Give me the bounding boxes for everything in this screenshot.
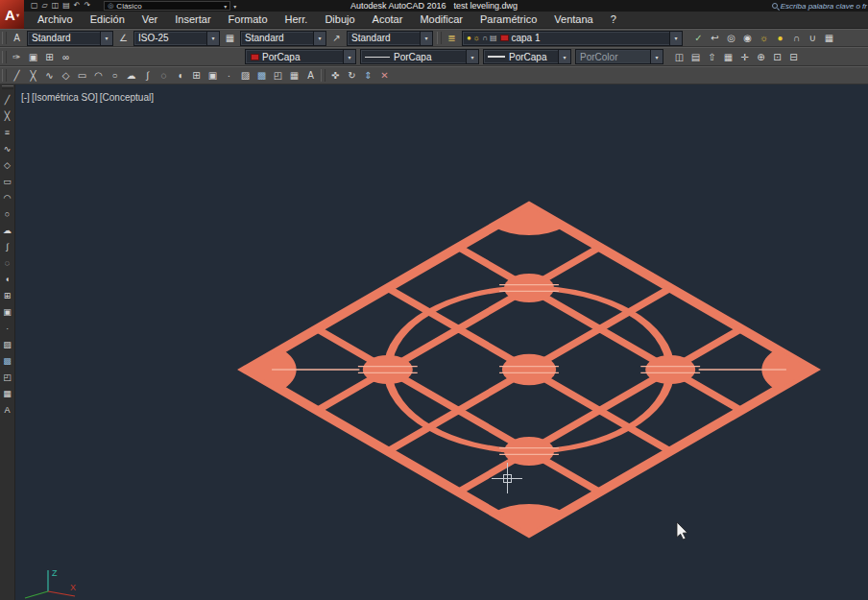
dimension-style-combo[interactable]: ISO-25 ▾	[133, 31, 220, 46]
menu-archivo[interactable]: Archivo	[29, 12, 82, 28]
layer-combo[interactable]: ● ☼ ∩ ▤ capa 1 ▾	[462, 31, 683, 46]
region-icon[interactable]: ◰	[270, 68, 286, 84]
hatch-icon[interactable]: ▨	[0, 336, 15, 352]
layer-lock-icon[interactable]: ∩	[482, 34, 488, 42]
toolbar-grip[interactable]	[2, 51, 7, 63]
toolbar-options-caret-icon[interactable]: ▾	[233, 3, 236, 10]
point-icon[interactable]: ∙	[0, 320, 15, 336]
named-views-icon[interactable]: ▦	[720, 49, 736, 64]
menu-dibujo[interactable]: Dibujo	[316, 12, 363, 28]
ellipse-icon[interactable]: ◌	[156, 68, 172, 84]
mtext-icon[interactable]: A	[0, 401, 15, 418]
menu-acotar[interactable]: Acotar	[364, 12, 412, 28]
menu-ver[interactable]: Ver	[133, 12, 167, 28]
chevron-down-icon[interactable]: ▾	[420, 32, 432, 45]
lineweight-combo[interactable]: PorCapa ▾	[483, 49, 571, 64]
workspace-combo[interactable]: ◎ Clásico ▾	[104, 1, 230, 11]
chevron-down-icon[interactable]: ▾	[669, 32, 682, 45]
hatch-icon[interactable]: ▨	[237, 68, 253, 84]
chevron-down-icon[interactable]: ▾	[343, 50, 355, 63]
spline-icon[interactable]: ∫	[139, 68, 156, 84]
region-icon[interactable]: ◰	[0, 369, 15, 385]
rectangle-icon[interactable]: ▭	[74, 68, 90, 84]
create-block-icon[interactable]: ▣	[205, 68, 221, 84]
line-icon[interactable]: ╱	[0, 91, 15, 108]
ellipse-arc-icon[interactable]: ◖	[0, 271, 15, 287]
open-file-icon[interactable]: ▱	[42, 0, 48, 12]
gradient-icon[interactable]: ▩	[253, 68, 270, 84]
toolbar-grip[interactable]	[2, 32, 7, 44]
viewport-control-minimize[interactable]: [-]	[21, 92, 30, 103]
construction-line-icon[interactable]: ╳	[25, 68, 41, 84]
menu-ventana[interactable]: Ventana	[545, 12, 601, 28]
chevron-down-icon[interactable]: ▾	[206, 32, 219, 45]
isometric-grid-drawing[interactable]	[247, 206, 812, 533]
text-style-combo[interactable]: Standard ▾	[27, 31, 113, 46]
xref-icon[interactable]: ⊞	[41, 49, 58, 64]
construction-line-icon[interactable]: ╳	[0, 108, 15, 124]
table-style-icon[interactable]: ▦	[222, 31, 238, 46]
menu-ayuda[interactable]: ?	[602, 12, 625, 28]
match-properties-icon[interactable]: ✑	[9, 49, 25, 64]
menu-herramientas[interactable]: Herr.	[277, 12, 317, 28]
plot-preview-icon[interactable]: ◫	[671, 49, 687, 64]
create-block-icon[interactable]: ▣	[0, 303, 15, 320]
layer-lock-tool-icon[interactable]: ∩	[788, 31, 805, 46]
object-color-combo[interactable]: PorCapa ▾	[245, 49, 356, 64]
arc-icon[interactable]: ◠	[0, 189, 15, 205]
layer-properties-icon[interactable]: ≣	[444, 31, 460, 46]
rotate-icon[interactable]: ↻	[344, 68, 360, 84]
rectangle-icon[interactable]: ▭	[0, 173, 15, 189]
circle-icon[interactable]: ○	[0, 205, 15, 222]
erase-icon[interactable]: ✕	[376, 68, 393, 84]
chevron-down-icon[interactable]: ▾	[100, 32, 112, 45]
layer-plot-icon[interactable]: ▤	[490, 34, 497, 42]
menu-insertar[interactable]: Insertar	[166, 12, 219, 28]
toolbar-grip[interactable]	[2, 85, 13, 89]
publish-icon[interactable]: ⇧	[704, 49, 720, 64]
zoom-realtime-icon[interactable]: ⊕	[753, 49, 769, 64]
new-file-icon[interactable]: ▢	[31, 0, 38, 12]
block-editor-icon[interactable]: ▣	[25, 49, 41, 64]
redo-icon[interactable]: ↷	[84, 0, 91, 12]
layer-unlock-tool-icon[interactable]: ∪	[805, 31, 821, 46]
circle-icon[interactable]: ○	[107, 68, 123, 84]
layer-previous-icon[interactable]: ↩	[707, 31, 723, 46]
chevron-down-icon[interactable]: ▾	[558, 50, 570, 63]
mtext-icon[interactable]: A	[302, 68, 319, 84]
help-search-box[interactable]: Escriba palabra clave o fr	[766, 0, 868, 12]
viewport-control-visual-style[interactable]: [Conceptual]	[100, 92, 154, 103]
autocad-logo-icon[interactable]: A ▾	[0, 0, 24, 29]
model-viewport[interactable]: [-] [Isométrica SO] [Conceptual]	[15, 84, 868, 600]
polyline-icon[interactable]: ∿	[0, 140, 15, 156]
toolbar-grip[interactable]	[437, 32, 442, 44]
insert-block-icon[interactable]: ⊞	[188, 68, 205, 84]
spline-icon[interactable]: ∫	[0, 238, 15, 254]
multileader-style-combo[interactable]: Standard ▾	[347, 31, 433, 46]
layer-freeze-tool-icon[interactable]: ☼	[756, 31, 772, 46]
hyperlink-icon[interactable]: ∞	[58, 49, 74, 64]
line-icon[interactable]: ╱	[9, 68, 25, 84]
menu-parametrico[interactable]: Paramétrico	[471, 12, 545, 28]
save-icon[interactable]: ◫	[52, 0, 60, 12]
layer-walk-icon[interactable]: ▦	[821, 31, 837, 46]
undo-icon[interactable]: ↶	[74, 0, 81, 12]
polyline-icon[interactable]: ∿	[41, 68, 58, 84]
chevron-down-icon[interactable]: ▾	[313, 32, 326, 45]
table-style-combo[interactable]: Standard ▾	[240, 31, 326, 46]
plot-tool-icon[interactable]: ▤	[687, 49, 704, 64]
make-object-layer-current-icon[interactable]: ✓	[690, 31, 707, 46]
arc-icon[interactable]: ◠	[90, 68, 107, 84]
polygon-icon[interactable]: ◇	[0, 156, 15, 173]
layer-isolate-icon[interactable]: ◎	[723, 31, 739, 46]
gradient-icon[interactable]: ▩	[0, 352, 15, 369]
point-icon[interactable]: ∙	[221, 68, 237, 84]
zoom-previous-icon[interactable]: ⊟	[785, 49, 802, 64]
linetype-combo[interactable]: PorCapa ▾	[360, 49, 479, 64]
toolbar-grip[interactable]	[321, 69, 326, 82]
chevron-down-icon[interactable]: ▾	[466, 50, 478, 63]
ellipse-icon[interactable]: ◌	[0, 254, 15, 271]
text-style-icon[interactable]: A	[9, 31, 25, 46]
ellipse-arc-icon[interactable]: ◖	[172, 68, 188, 84]
layer-freeze-icon[interactable]: ☼	[473, 34, 480, 42]
